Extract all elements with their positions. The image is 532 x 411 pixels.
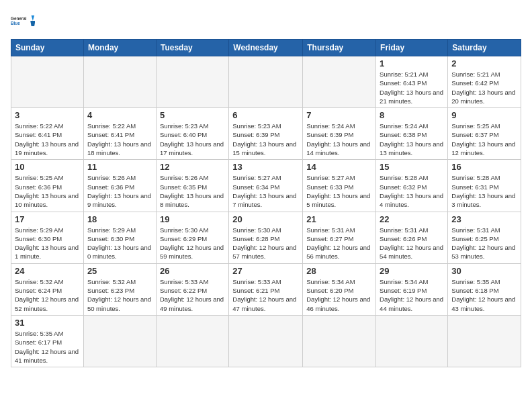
day-info: Sunrise: 5:22 AM Sunset: 6:41 PM Dayligh… <box>15 122 80 157</box>
day-cell <box>229 315 303 367</box>
day-cell: 30Sunrise: 5:35 AM Sunset: 6:18 PM Dayli… <box>448 263 521 315</box>
day-info: Sunrise: 5:32 AM Sunset: 6:23 PM Dayligh… <box>87 277 152 313</box>
svg-text:Blue: Blue <box>11 21 20 26</box>
day-cell: 14Sunrise: 5:27 AM Sunset: 6:33 PM Dayli… <box>303 160 376 212</box>
day-number: 15 <box>380 162 444 172</box>
day-info: Sunrise: 5:22 AM Sunset: 6:41 PM Dayligh… <box>87 122 152 157</box>
day-number: 25 <box>87 266 152 276</box>
day-info: Sunrise: 5:26 AM Sunset: 6:35 PM Dayligh… <box>160 173 225 209</box>
week-row-6: 31Sunrise: 5:35 AM Sunset: 6:17 PM Dayli… <box>11 315 521 367</box>
day-cell: 13Sunrise: 5:27 AM Sunset: 6:34 PM Dayli… <box>229 160 303 212</box>
day-number: 13 <box>232 162 299 172</box>
day-cell: 6Sunrise: 5:23 AM Sunset: 6:39 PM Daylig… <box>229 108 303 160</box>
day-info: Sunrise: 5:28 AM Sunset: 6:32 PM Dayligh… <box>380 173 444 209</box>
day-info: Sunrise: 5:35 AM Sunset: 6:18 PM Dayligh… <box>451 277 517 313</box>
day-number: 9 <box>451 110 517 120</box>
day-cell: 23Sunrise: 5:31 AM Sunset: 6:25 PM Dayli… <box>448 212 521 263</box>
day-cell: 11Sunrise: 5:26 AM Sunset: 6:36 PM Dayli… <box>83 160 156 212</box>
day-info: Sunrise: 5:27 AM Sunset: 6:33 PM Dayligh… <box>306 173 372 209</box>
day-cell <box>156 315 228 367</box>
header: General Blue <box>11 11 521 31</box>
day-cell: 9Sunrise: 5:25 AM Sunset: 6:37 PM Daylig… <box>448 108 521 160</box>
day-number: 16 <box>451 162 517 172</box>
day-number: 4 <box>87 110 152 120</box>
day-cell <box>448 315 521 367</box>
weekday-header-saturday: Saturday <box>448 40 521 56</box>
day-cell: 28Sunrise: 5:34 AM Sunset: 6:20 PM Dayli… <box>303 263 376 315</box>
day-info: Sunrise: 5:32 AM Sunset: 6:24 PM Dayligh… <box>15 277 80 313</box>
weekday-header-thursday: Thursday <box>303 40 376 56</box>
svg-marker-3 <box>30 21 35 26</box>
page: General Blue SundayMondayTuesdayWednesda… <box>0 0 532 374</box>
day-number: 30 <box>451 266 517 276</box>
day-info: Sunrise: 5:33 AM Sunset: 6:22 PM Dayligh… <box>160 277 225 313</box>
day-number: 29 <box>380 266 444 276</box>
day-cell: 18Sunrise: 5:29 AM Sunset: 6:30 PM Dayli… <box>83 212 156 263</box>
day-number: 5 <box>160 110 225 120</box>
svg-text:General: General <box>11 16 27 21</box>
day-cell: 1Sunrise: 5:21 AM Sunset: 6:43 PM Daylig… <box>376 56 448 108</box>
day-number: 6 <box>232 110 299 120</box>
day-number: 3 <box>15 110 80 120</box>
day-number: 2 <box>451 58 517 68</box>
day-cell: 27Sunrise: 5:33 AM Sunset: 6:21 PM Dayli… <box>229 263 303 315</box>
day-cell: 19Sunrise: 5:30 AM Sunset: 6:29 PM Dayli… <box>156 212 228 263</box>
day-cell <box>11 56 84 108</box>
day-info: Sunrise: 5:21 AM Sunset: 6:43 PM Dayligh… <box>380 70 444 105</box>
day-cell: 4Sunrise: 5:22 AM Sunset: 6:41 PM Daylig… <box>83 108 156 160</box>
day-number: 1 <box>380 58 444 68</box>
week-row-1: 1Sunrise: 5:21 AM Sunset: 6:43 PM Daylig… <box>11 56 521 108</box>
generalblue-logo-icon: General Blue <box>11 11 35 31</box>
weekday-header-sunday: Sunday <box>11 40 84 56</box>
day-cell: 22Sunrise: 5:31 AM Sunset: 6:26 PM Dayli… <box>376 212 448 263</box>
day-info: Sunrise: 5:27 AM Sunset: 6:34 PM Dayligh… <box>232 173 299 209</box>
day-info: Sunrise: 5:34 AM Sunset: 6:20 PM Dayligh… <box>306 277 372 313</box>
day-number: 11 <box>87 162 152 172</box>
day-info: Sunrise: 5:25 AM Sunset: 6:37 PM Dayligh… <box>451 122 517 157</box>
calendar-table: SundayMondayTuesdayWednesdayThursdayFrid… <box>11 39 521 367</box>
day-number: 27 <box>232 266 299 276</box>
day-cell <box>303 315 376 367</box>
day-cell: 17Sunrise: 5:29 AM Sunset: 6:30 PM Dayli… <box>11 212 84 263</box>
day-number: 26 <box>160 266 225 276</box>
day-cell: 29Sunrise: 5:34 AM Sunset: 6:19 PM Dayli… <box>376 263 448 315</box>
weekday-header-tuesday: Tuesday <box>156 40 228 56</box>
day-number: 12 <box>160 162 225 172</box>
day-number: 31 <box>15 318 80 328</box>
day-cell: 2Sunrise: 5:21 AM Sunset: 6:42 PM Daylig… <box>448 56 521 108</box>
day-info: Sunrise: 5:24 AM Sunset: 6:39 PM Dayligh… <box>306 122 372 157</box>
day-number: 23 <box>451 214 517 224</box>
week-row-3: 10Sunrise: 5:25 AM Sunset: 6:36 PM Dayli… <box>11 160 521 212</box>
day-number: 21 <box>306 214 372 224</box>
day-cell: 12Sunrise: 5:26 AM Sunset: 6:35 PM Dayli… <box>156 160 228 212</box>
day-cell <box>83 56 156 108</box>
day-info: Sunrise: 5:28 AM Sunset: 6:31 PM Dayligh… <box>451 173 517 209</box>
logo: General Blue <box>11 11 35 31</box>
day-cell: 31Sunrise: 5:35 AM Sunset: 6:17 PM Dayli… <box>11 315 84 367</box>
day-cell <box>229 56 303 108</box>
day-number: 10 <box>15 162 80 172</box>
day-info: Sunrise: 5:26 AM Sunset: 6:36 PM Dayligh… <box>87 173 152 209</box>
day-info: Sunrise: 5:21 AM Sunset: 6:42 PM Dayligh… <box>451 70 517 105</box>
day-info: Sunrise: 5:23 AM Sunset: 6:39 PM Dayligh… <box>232 122 299 157</box>
day-info: Sunrise: 5:33 AM Sunset: 6:21 PM Dayligh… <box>232 277 299 313</box>
day-number: 20 <box>232 214 299 224</box>
weekday-header-monday: Monday <box>83 40 156 56</box>
day-cell: 10Sunrise: 5:25 AM Sunset: 6:36 PM Dayli… <box>11 160 84 212</box>
weekday-header-row: SundayMondayTuesdayWednesdayThursdayFrid… <box>11 40 521 56</box>
day-info: Sunrise: 5:29 AM Sunset: 6:30 PM Dayligh… <box>87 226 152 261</box>
day-cell: 3Sunrise: 5:22 AM Sunset: 6:41 PM Daylig… <box>11 108 84 160</box>
day-info: Sunrise: 5:31 AM Sunset: 6:27 PM Dayligh… <box>306 226 372 261</box>
day-info: Sunrise: 5:31 AM Sunset: 6:26 PM Dayligh… <box>380 226 444 261</box>
day-cell: 20Sunrise: 5:30 AM Sunset: 6:28 PM Dayli… <box>229 212 303 263</box>
weekday-header-wednesday: Wednesday <box>229 40 303 56</box>
day-cell: 21Sunrise: 5:31 AM Sunset: 6:27 PM Dayli… <box>303 212 376 263</box>
day-number: 28 <box>306 266 372 276</box>
day-cell: 15Sunrise: 5:28 AM Sunset: 6:32 PM Dayli… <box>376 160 448 212</box>
day-cell <box>156 56 228 108</box>
day-number: 8 <box>380 110 444 120</box>
svg-marker-2 <box>32 15 35 21</box>
day-cell: 24Sunrise: 5:32 AM Sunset: 6:24 PM Dayli… <box>11 263 84 315</box>
day-info: Sunrise: 5:34 AM Sunset: 6:19 PM Dayligh… <box>380 277 444 313</box>
day-cell: 5Sunrise: 5:23 AM Sunset: 6:40 PM Daylig… <box>156 108 228 160</box>
